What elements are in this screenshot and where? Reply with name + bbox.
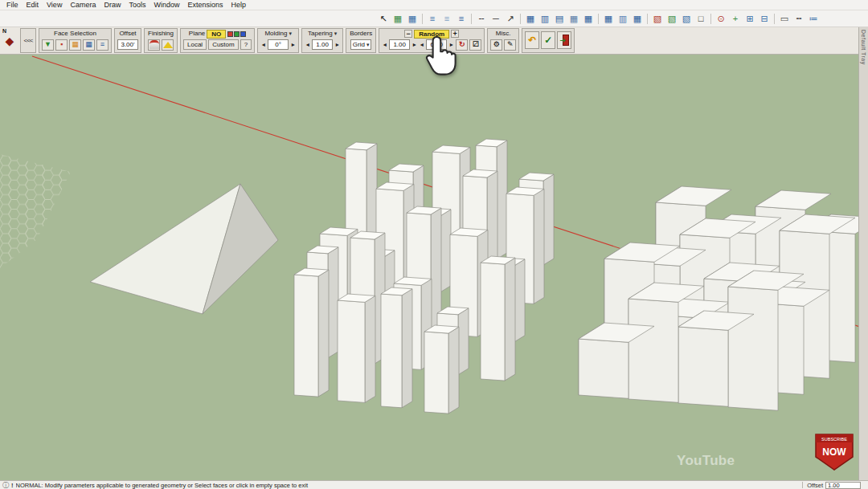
tapering-decrease-button[interactable]: ◂ bbox=[305, 41, 310, 48]
table-icon-1[interactable]: ▦ bbox=[524, 12, 537, 25]
grid-plus-icon[interactable]: ⊞ bbox=[743, 12, 756, 25]
random-min-decrease-button[interactable]: ◂ bbox=[382, 41, 387, 48]
menu-item-extensions[interactable]: Extensions bbox=[183, 1, 227, 9]
offset-value[interactable]: 3.00' bbox=[117, 39, 138, 50]
grid-minus-icon[interactable]: ⊟ bbox=[758, 12, 771, 25]
blue-axis-lock[interactable] bbox=[240, 31, 246, 37]
ruler-icon[interactable]: ▭ bbox=[778, 12, 791, 25]
menu-item-edit[interactable]: Edit bbox=[23, 1, 43, 9]
green-axis-lock[interactable] bbox=[234, 31, 240, 37]
solid-line-icon[interactable]: ─ bbox=[489, 12, 502, 25]
subscribe-badge: SUBSCRIBE NOW bbox=[813, 432, 855, 472]
scene-svg bbox=[0, 55, 858, 480]
table-icon-8[interactable]: ▦ bbox=[631, 12, 644, 25]
viewport-3d[interactable]: YouTube SUBSCRIBE NOW bbox=[0, 55, 858, 480]
molding-value[interactable]: 0° bbox=[268, 39, 289, 50]
toolbar-divider bbox=[774, 14, 775, 24]
menu-item-draw[interactable]: Draw bbox=[100, 1, 125, 9]
box-blue-icon[interactable]: ▧ bbox=[680, 12, 693, 25]
list-icon[interactable]: ≔ bbox=[807, 12, 820, 25]
axes-cross-icon[interactable]: + bbox=[729, 12, 742, 25]
box-green-icon[interactable]: ▧ bbox=[665, 12, 678, 25]
sharp-molding-icon bbox=[163, 42, 173, 48]
selection-box-icon[interactable]: □ bbox=[694, 12, 707, 25]
box-red-icon[interactable]: ▧ bbox=[651, 12, 664, 25]
confirm-button[interactable]: ✓ bbox=[541, 31, 555, 49]
borders-dropdown-caret: ▾ bbox=[366, 42, 370, 48]
tapering-value[interactable]: 1.00 bbox=[312, 39, 333, 50]
molding-label: Molding bbox=[264, 30, 287, 38]
dash-style-icon[interactable]: ╍ bbox=[792, 12, 805, 25]
table-icon-2[interactable]: ▥ bbox=[538, 12, 551, 25]
dice-button[interactable]: ⚂ bbox=[469, 39, 481, 51]
hex-grid-plane bbox=[0, 154, 71, 268]
group-misc: Misc. ⚙ ✎ bbox=[487, 28, 519, 53]
group-molding: Molding ▾ ◂ 0° ▸ bbox=[257, 28, 299, 53]
subscribe-line1: SUBSCRIBE bbox=[821, 437, 847, 442]
diagonal-arrow-icon[interactable]: ↗ bbox=[504, 12, 517, 25]
table-icon-3[interactable]: ▤ bbox=[553, 12, 566, 25]
plane-local-button[interactable]: Local bbox=[183, 39, 207, 50]
edit-button[interactable]: ✎ bbox=[504, 39, 516, 51]
table-icon-6[interactable]: ▦ bbox=[602, 12, 615, 25]
menu-item-camera[interactable]: Camera bbox=[66, 1, 100, 9]
measurement-label: Offset bbox=[807, 482, 823, 489]
menu-item-file[interactable]: File bbox=[2, 1, 23, 9]
measurement-input[interactable]: 1.00 bbox=[825, 482, 861, 489]
block-mass-model bbox=[579, 186, 858, 410]
table-icon-5[interactable]: ▦ bbox=[582, 12, 595, 25]
justify-icon-2[interactable]: ≡ bbox=[440, 12, 453, 25]
group-plane: Plane NO Local Custom ? bbox=[180, 28, 255, 53]
menu-item-view[interactable]: View bbox=[43, 1, 66, 9]
exit-button[interactable]: ➔ bbox=[557, 31, 571, 49]
gear-button[interactable]: ⚙ bbox=[490, 39, 502, 51]
plane-label: Plane bbox=[189, 30, 205, 38]
molding-decrease-button[interactable]: ◂ bbox=[260, 41, 266, 48]
select-arrow-icon[interactable]: ↖ bbox=[377, 12, 390, 25]
molding-increase-button[interactable]: ▸ bbox=[290, 41, 296, 48]
group-face-selection: Face Selection ▼▪▦▦≡ bbox=[39, 28, 112, 53]
plane-no-lock-button[interactable]: NO bbox=[207, 30, 226, 39]
justify-icon-3[interactable]: ≡ bbox=[455, 12, 468, 25]
target-icon[interactable]: ⊙ bbox=[714, 12, 727, 25]
toolbar-divider bbox=[647, 14, 648, 24]
menu-item-help[interactable]: Help bbox=[227, 1, 250, 9]
toolbar-divider bbox=[598, 14, 599, 24]
borders-label: Borders bbox=[346, 29, 375, 38]
plane-help-button[interactable]: ? bbox=[240, 39, 252, 50]
tapering-label: Tapering bbox=[308, 30, 333, 38]
red-axis-lock[interactable] bbox=[227, 31, 233, 37]
table-icon-4[interactable]: ▦ bbox=[567, 12, 580, 25]
plugin-icon[interactable]: ◆ N bbox=[2, 28, 18, 53]
plugin-diamond-icon: ◆ bbox=[6, 35, 14, 47]
dashed-line-icon[interactable]: ╌ bbox=[475, 12, 488, 25]
plane-custom-button[interactable]: Custom bbox=[208, 39, 239, 50]
random-minus-button[interactable]: − bbox=[404, 30, 412, 38]
undo-button[interactable]: ↶ bbox=[525, 31, 539, 49]
default-tray-tab[interactable]: Default Tray bbox=[858, 27, 868, 480]
table-icon-7[interactable]: ▥ bbox=[616, 12, 629, 25]
random-min-value[interactable]: 1.00 bbox=[389, 39, 410, 50]
pyramid-model bbox=[90, 184, 278, 314]
molding-dropdown-caret[interactable]: ▾ bbox=[289, 30, 292, 38]
group-offset: Offset 3.00' bbox=[114, 28, 141, 53]
sharp-finish-button[interactable] bbox=[162, 39, 174, 51]
menu-item-window[interactable]: Window bbox=[149, 1, 183, 9]
tapering-increase-button[interactable]: ▸ bbox=[334, 41, 340, 48]
borders-select[interactable]: Grid ▾ bbox=[350, 39, 372, 50]
collapse-toolbar-button[interactable]: <<< bbox=[20, 28, 36, 53]
main-toolbar: ↖▦▦≡≡≡╌─↗▦▥▤▦▦▦▥▦▧▧▧□⊙+⊞⊟▭╍≔ bbox=[0, 10, 868, 27]
round-finish-button[interactable] bbox=[148, 39, 160, 51]
info-icon[interactable]: ⓘ bbox=[2, 481, 9, 489]
green-grid-icon[interactable]: ▦ bbox=[391, 12, 404, 25]
blue-grid-icon[interactable]: ▦ bbox=[406, 12, 419, 25]
blue-lines-icon[interactable]: ≡ bbox=[96, 39, 108, 51]
green-arrow-icon[interactable]: ▼ bbox=[42, 39, 54, 51]
menu-item-tools[interactable]: Tools bbox=[125, 1, 149, 9]
red-face-icon[interactable]: ▪ bbox=[55, 39, 68, 51]
orange-grid-icon[interactable]: ▦ bbox=[69, 39, 81, 51]
tapering-dropdown-caret[interactable]: ▾ bbox=[334, 30, 338, 38]
justify-icon-1[interactable]: ≡ bbox=[426, 12, 439, 25]
blue-grid-icon[interactable]: ▦ bbox=[83, 39, 95, 51]
random-min-increase-button[interactable]: ▸ bbox=[411, 41, 417, 48]
